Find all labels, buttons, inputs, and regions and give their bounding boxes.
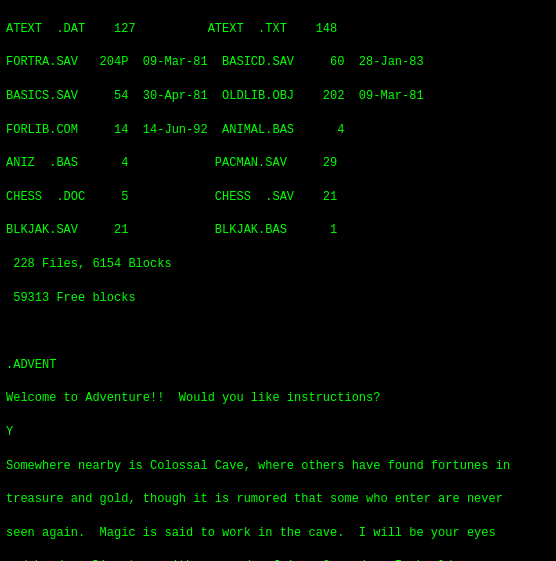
- advent-command: .ADVENT: [6, 357, 550, 374]
- file-list-row-6: CHESS .DOC 5 CHESS .SAV 21: [6, 189, 550, 206]
- blank-1: [6, 323, 550, 340]
- advent-text-3: seen again. Magic is said to work in the…: [6, 525, 550, 542]
- file-summary-2: 59313 Free blocks: [6, 290, 550, 307]
- file-list-row-7: BLKJAK.SAV 21 BLKJAK.BAS 1: [6, 222, 550, 239]
- file-list-row-5: ANIZ .BAS 4 PACMAN.SAV 29: [6, 155, 550, 172]
- advent-text-2: treasure and gold, though it is rumored …: [6, 491, 550, 508]
- advent-text-1: Somewhere nearby is Colossal Cave, where…: [6, 458, 550, 475]
- advent-prompt-y: Y: [6, 424, 550, 441]
- file-list-row-4: FORLIB.COM 14 14-Jun-92 ANIMAL.BAS 4: [6, 122, 550, 139]
- file-summary-1: 228 Files, 6154 Blocks: [6, 256, 550, 273]
- file-list-row-2: FORTRA.SAV 204P 09-Mar-81 BASICD.SAV 60 …: [6, 54, 550, 71]
- advent-intro: Welcome to Adventure!! Would you like in…: [6, 390, 550, 407]
- file-list-row-3: BASICS.SAV 54 30-Apr-81 OLDLIB.OBJ 202 0…: [6, 88, 550, 105]
- terminal-output: ATEXT .DAT 127 ATEXT .TXT 148 FORTRA.SAV…: [6, 4, 550, 561]
- file-list-row-1: ATEXT .DAT 127 ATEXT .TXT 148: [6, 21, 550, 38]
